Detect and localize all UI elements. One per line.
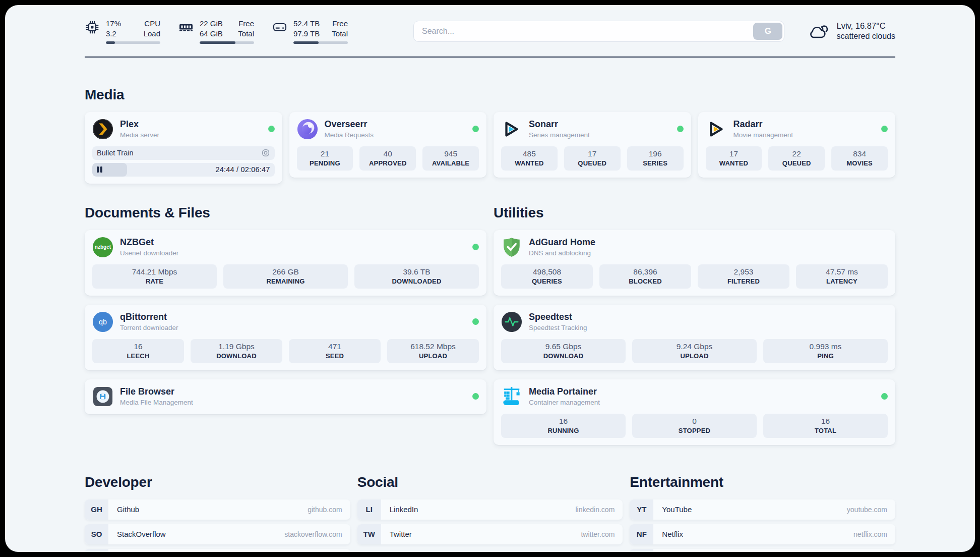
service-name: NZBGet (120, 237, 178, 248)
cpu-load-value: 3.2 (106, 29, 116, 39)
radarr-icon (706, 119, 727, 140)
service-card-overseerr[interactable]: Overseerr Media Requests 21PENDING 40APP… (289, 112, 487, 178)
stat-running: 16RUNNING (501, 414, 626, 438)
service-card-qbittorrent[interactable]: qb qBittorrent Torrent downloader 16LEEC… (85, 305, 486, 370)
status-dot (472, 244, 479, 250)
bookmark-youtube[interactable]: YT YouTube youtube.com (630, 499, 895, 520)
speedtest-icon (501, 311, 522, 332)
service-card-radarr[interactable]: Radarr Movie management 17WANTED 22QUEUE… (698, 112, 896, 178)
section-social: Social LI LinkedIn linkedin.com TW Twitt… (357, 474, 623, 544)
memory-free-label: Free (238, 19, 254, 29)
stat-queued: 17QUEUED (564, 146, 621, 171)
service-card-portainer[interactable]: Media Portainer Container management 16R… (494, 379, 895, 445)
bookmark-stackoverflow[interactable]: SO StackOverflow stackoverflow.com (85, 524, 350, 544)
memory-icon (178, 20, 194, 35)
service-name: Sonarr (529, 119, 590, 130)
section-utilities: Utilities AdGuard Home DNS and adblockin… (494, 205, 895, 445)
status-dot (472, 318, 479, 325)
cpu-load-label: Load (144, 29, 160, 39)
stat-upload: 618.52 MbpsUPLOAD (387, 339, 479, 363)
pause-icon[interactable] (97, 166, 102, 173)
weather-widget: Lviv, 16.87°C scattered clouds (808, 21, 895, 41)
service-subtitle: Container management (529, 399, 600, 406)
section-title-social: Social (357, 474, 623, 490)
bookmark-reddit[interactable]: RE Reddit reddit.com (630, 549, 895, 552)
stat-filtered: 2,953FILTERED (698, 264, 789, 289)
sonarr-icon (501, 119, 522, 140)
stat-series: 196SERIES (627, 146, 684, 171)
disk-total-value: 97.9 TB (293, 29, 320, 39)
portainer-icon (501, 386, 522, 407)
status-dot (472, 126, 479, 132)
service-name: qBittorrent (120, 312, 178, 323)
nzbget-icon: nzbget (92, 237, 113, 258)
service-subtitle: Speedtest Tracking (529, 324, 587, 331)
status-dot (677, 126, 684, 132)
bookmark-netflix[interactable]: NF Netflix netflix.com (630, 524, 895, 544)
status-dot (268, 126, 275, 132)
service-card-sonarr[interactable]: Sonarr Series management 485WANTED 17QUE… (494, 112, 691, 178)
disk-free-label: Free (332, 19, 348, 29)
stat-wanted: 485WANTED (501, 146, 558, 171)
service-subtitle: Series management (529, 131, 590, 139)
service-card-speedtest[interactable]: Speedtest Speedtest Tracking 9.65 GbpsDO… (494, 305, 895, 370)
adguard-icon (501, 237, 522, 258)
disk-free-value: 52.4 TB (293, 19, 320, 29)
stat-wanted: 17WANTED (706, 146, 762, 171)
status-dot (472, 393, 479, 400)
stat-movies: 834MOVIES (831, 146, 888, 171)
plex-now-playing: Bullet Train 24:44 / 02:06:47 (92, 146, 275, 177)
now-playing-icon[interactable] (261, 148, 270, 157)
stat-upload: 9.24 GbpsUPLOAD (632, 339, 757, 363)
cpu-usage-value: 17% (106, 19, 121, 29)
bookmark-dev[interactable]: DT DEV dev.to (85, 549, 350, 552)
service-subtitle: Media Requests (325, 131, 374, 139)
service-name: Media Portainer (529, 386, 600, 398)
stat-available: 945AVAILABLE (422, 146, 479, 171)
disk-icon (272, 20, 287, 35)
stat-total: 16TOTAL (763, 414, 888, 438)
section-title-developer: Developer (85, 474, 350, 490)
service-subtitle: Movie management (733, 131, 793, 139)
filebrowser-icon (92, 386, 113, 407)
section-title-entertainment: Entertainment (630, 474, 895, 490)
search-container: G (413, 21, 784, 42)
stat-remaining: 266 GBREMAINING (223, 264, 348, 289)
service-name: Speedtest (529, 312, 587, 323)
cpu-widget: 17%CPU 3.2Load (85, 19, 160, 44)
header-divider (85, 57, 895, 58)
search-input[interactable] (413, 21, 784, 42)
disk-progress-bar (293, 41, 348, 44)
service-name: Plex (120, 119, 159, 130)
stat-blocked: 86,396BLOCKED (599, 264, 691, 289)
service-card-adguard[interactable]: AdGuard Home DNS and adblocking 498,508Q… (494, 230, 895, 296)
search-engine-button[interactable]: G (753, 23, 782, 40)
bookmark-twitter[interactable]: TW Twitter twitter.com (357, 524, 623, 544)
section-title-documents: Documents & Files (85, 205, 486, 221)
bookmark-github[interactable]: GH Github github.com (85, 499, 350, 520)
service-subtitle: Torrent downloader (120, 324, 178, 331)
stat-latency: 47.57 msLATENCY (796, 264, 888, 289)
service-card-filebrowser[interactable]: File Browser Media File Management (85, 379, 486, 414)
bookmark-linkedin[interactable]: LI LinkedIn linkedin.com (357, 499, 623, 520)
section-developer: Developer GH Github github.com SO StackO… (85, 474, 350, 552)
stat-leech: 16LEECH (92, 339, 184, 363)
system-widgets: 17%CPU 3.2Load (85, 19, 348, 44)
stat-download: 9.65 GbpsDOWNLOAD (501, 339, 626, 363)
section-entertainment: Entertainment YT YouTube youtube.com NF … (630, 474, 895, 552)
section-title-media: Media (85, 87, 895, 103)
disk-total-label: Total (332, 29, 348, 39)
service-name: Radarr (733, 119, 793, 130)
service-card-plex[interactable]: Plex Media server Bullet Train (85, 112, 282, 184)
plex-icon (92, 119, 113, 140)
memory-progress-bar (200, 41, 254, 44)
service-card-nzbget[interactable]: nzbget NZBGet Usenet downloader 744.21 M… (85, 230, 486, 296)
stat-ping: 0.993 msPING (763, 339, 888, 363)
service-name: Overseerr (325, 119, 374, 130)
stat-queued: 22QUEUED (768, 146, 825, 171)
memory-free-value: 22 GiB (200, 19, 223, 29)
cpu-icon (85, 20, 100, 35)
section-media: Media Plex Media server (85, 87, 895, 184)
service-name: File Browser (120, 386, 193, 398)
memory-total-label: Total (238, 29, 254, 39)
